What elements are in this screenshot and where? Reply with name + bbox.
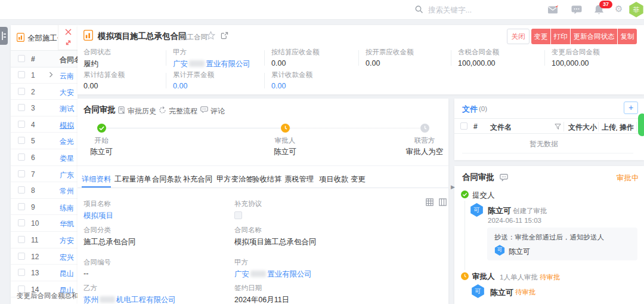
contract-link[interactable]: 测试	[60, 104, 74, 114]
list-item[interactable]: 10华凯	[11, 215, 78, 232]
row-checkbox[interactable]	[18, 153, 25, 161]
close-panel-icon[interactable]	[64, 28, 72, 36]
row-checkbox[interactable]	[18, 170, 25, 177]
row-checkbox[interactable]	[18, 203, 25, 210]
submitter-name: 陈立可	[488, 205, 511, 216]
list-item[interactable]: 6娄星	[11, 149, 78, 166]
row-checkbox[interactable]	[18, 253, 25, 260]
list-item[interactable]: 2大安	[11, 84, 78, 100]
update-status-button[interactable]: 更新合同状态	[571, 29, 617, 44]
row-checkbox[interactable]	[18, 186, 25, 194]
star-icon[interactable]	[206, 31, 215, 40]
row-checkbox[interactable]	[18, 137, 25, 144]
list-item[interactable]: 1云南	[11, 67, 78, 84]
divider	[462, 153, 633, 153]
filter-icon[interactable]	[555, 124, 561, 130]
change-button[interactable]: 变更	[531, 29, 550, 44]
row-checkbox[interactable]	[18, 121, 25, 128]
contract-link[interactable]: 广东	[60, 170, 74, 180]
list-item-selected[interactable]: 4模拟	[11, 116, 78, 133]
project-link[interactable]: 模拟项目	[83, 211, 113, 221]
divider	[544, 50, 545, 66]
list-item[interactable]: 8常州	[11, 182, 78, 199]
row-checkbox[interactable]	[18, 88, 25, 95]
list-item[interactable]: 13昆山	[11, 265, 78, 281]
user-avatar[interactable]: 菲	[628, 2, 644, 17]
list-item[interactable]: 12宏兴	[11, 248, 78, 265]
row-checkbox[interactable]	[18, 269, 25, 276]
comment-link[interactable]: 评论	[210, 106, 225, 116]
select-all-checkbox[interactable]	[18, 55, 25, 62]
list-item[interactable]: 5金光	[11, 133, 78, 149]
party-a-link[interactable]: 广安置业有限公司	[173, 59, 250, 69]
expand-panel-icon[interactable]	[64, 39, 72, 47]
row-index: 9	[31, 203, 35, 211]
close-button[interactable]: 关闭	[507, 29, 530, 44]
approval-panel-title: 合同审批	[462, 172, 494, 183]
list-item[interactable]: 7广东	[11, 166, 78, 183]
approval-history-icon[interactable]	[118, 106, 125, 114]
field-value-link[interactable]: 0.00	[173, 82, 214, 90]
field-label: 累计开票金额	[173, 70, 214, 79]
tab-change[interactable]: 变更	[351, 174, 366, 185]
contract-link[interactable]: 方安	[60, 236, 74, 246]
party-b-link[interactable]: 苏州机电工程有限公司	[83, 295, 176, 304]
comment-icon[interactable]	[200, 106, 208, 113]
row-checkbox[interactable]	[18, 71, 25, 78]
tab-supplement[interactable]: 补充合同	[183, 174, 212, 185]
approval-history-link[interactable]: 审批历史	[128, 106, 156, 116]
contract-link[interactable]: 华凯	[60, 219, 74, 229]
list-item[interactable]: 3测试	[11, 100, 78, 116]
tab-detail[interactable]: 详细资料	[82, 174, 111, 185]
field-value: 0.00	[366, 59, 414, 67]
contract-link[interactable]: 娄星	[60, 153, 74, 164]
list-item[interactable]: 11方安	[11, 232, 78, 248]
contract-detail-panel: 合同审批 审批历史 完整流程 评论 开始陈立可 审批人陈立可 联营方审批人为空 …	[78, 99, 448, 304]
row-index: 13	[31, 269, 39, 277]
tab-boq[interactable]: 工程量清单	[114, 174, 151, 185]
gear-icon[interactable]: ⚙	[615, 4, 623, 14]
contract-link[interactable]: 宏兴	[60, 253, 74, 263]
row-index: 12	[31, 253, 39, 261]
contract-link[interactable]: 大安	[60, 88, 74, 98]
row-checkbox[interactable]	[18, 236, 25, 243]
files-select-all-checkbox[interactable]	[460, 122, 467, 130]
tab-acceptance[interactable]: 验收结算	[252, 174, 281, 185]
comment-icon[interactable]	[500, 174, 508, 182]
open-external-icon[interactable]	[221, 32, 228, 39]
full-flow-link[interactable]: 完整流程	[169, 106, 197, 116]
list-item[interactable]: 9练南	[11, 199, 78, 216]
table-view-icon[interactable]	[426, 198, 434, 206]
full-flow-icon[interactable]	[159, 106, 166, 114]
supplement-checkbox[interactable]	[234, 211, 242, 219]
tab-invoice-tax[interactable]: 票税管理	[284, 174, 314, 185]
side-quick-handle[interactable]	[638, 113, 644, 136]
field-value-link[interactable]: 0.00	[271, 82, 312, 90]
contract-link[interactable]: 金光	[60, 137, 74, 147]
step-name: 陈立可	[80, 147, 122, 157]
print-button[interactable]: 打印	[551, 29, 570, 44]
row-checkbox[interactable]	[18, 219, 25, 226]
row-checkbox[interactable]	[18, 104, 25, 111]
contract-link[interactable]: 练南	[60, 203, 74, 213]
user-avatar-text: 菲	[633, 5, 640, 14]
expand-chevron-icon[interactable]	[49, 72, 53, 78]
contract-link[interactable]: 常州	[60, 186, 74, 196]
column-view-icon[interactable]	[439, 198, 447, 206]
add-file-button[interactable]: +	[624, 102, 638, 114]
party-a-link[interactable]: 广安置业有限公司	[234, 269, 312, 280]
contract-link[interactable]: 云南	[60, 71, 74, 81]
search-input[interactable]	[427, 4, 519, 17]
contract-link[interactable]: 模拟	[60, 121, 74, 131]
divider	[358, 50, 359, 66]
copy-button[interactable]: 复制	[618, 29, 637, 44]
mail-icon[interactable]	[547, 5, 559, 14]
contract-link[interactable]: 昆山	[60, 269, 74, 279]
files-header-row: # 文件名 文件大小 上传人 操作	[454, 118, 644, 134]
panel-collapse-arrow-icon[interactable]: ▶	[451, 184, 455, 190]
sidebar-collapse-handle[interactable]	[0, 27, 8, 45]
tab-receipts[interactable]: 项目收款	[319, 174, 348, 185]
tab-terms[interactable]: 合同条款	[152, 174, 181, 185]
tab-party-a-change[interactable]: 甲方变洽签	[216, 174, 253, 185]
chat-icon[interactable]	[571, 5, 582, 14]
